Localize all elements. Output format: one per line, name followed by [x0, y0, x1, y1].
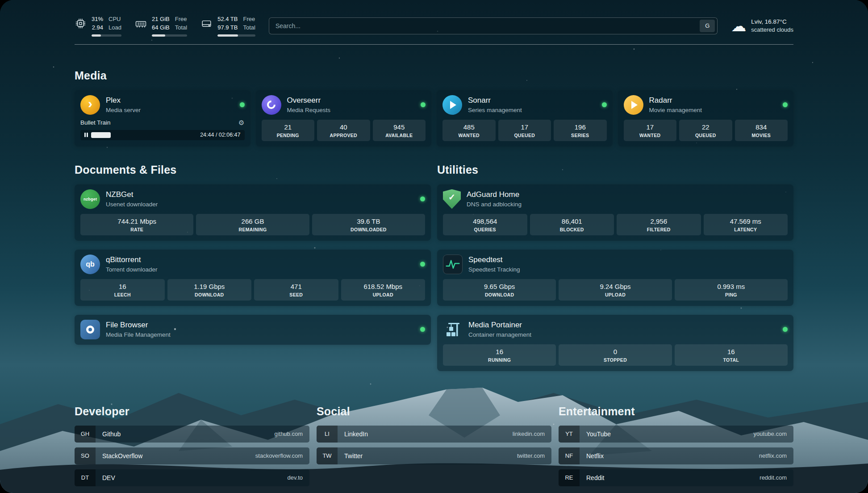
stat-value: 47.569 ms — [705, 217, 786, 225]
bookmark-dev[interactable]: DT DEV dev.to — [75, 469, 309, 486]
stat-label: APPROVED — [319, 133, 368, 138]
nzbget-link[interactable]: nzbget NZBGet Usenet downloader — [80, 189, 425, 209]
gear-icon[interactable]: ⚙ — [238, 119, 244, 127]
disk-free-value: 52.4 TB — [217, 15, 238, 24]
plex-chevron-glyph: › — [88, 96, 92, 111]
documents-column: Documents & Files nzbget NZBGet Usenet d… — [75, 163, 431, 354]
bookmark-name: Github — [102, 430, 121, 438]
memory-widget: 21 GiB Free 64 GiB Total — [135, 15, 187, 37]
stat-total: 16 TOTAL — [675, 344, 788, 366]
cloud-icon: ☁ — [731, 18, 746, 33]
stat-filtered: 2,956 FILTERED — [617, 214, 701, 235]
filebrowser-link[interactable]: File Browser Media File Management — [80, 320, 425, 339]
cpu-icon — [75, 17, 87, 29]
search-input[interactable] — [275, 22, 700, 29]
cpu-progress-fill — [92, 34, 101, 37]
stat-label: DOWNLOAD — [169, 292, 250, 297]
portainer-link[interactable]: Media Portainer Container management — [443, 320, 788, 339]
now-playing-progress-row: 24:44 / 02:06:47 — [80, 130, 245, 140]
status-dot — [420, 327, 425, 332]
plex-text: Plex Media server — [106, 96, 141, 113]
disk-readout: 52.4 TB Free 97.9 TB Total — [217, 15, 255, 37]
weather-text: Lviv, 16.87°C scattered clouds — [751, 17, 793, 34]
service-card-adguard: ✓ AdGuard Home DNS and adblocking 498,56… — [437, 184, 793, 241]
stat-value: 17 — [500, 123, 550, 131]
stat-label: PING — [676, 292, 786, 297]
memory-free-label: Free — [175, 15, 187, 24]
radarr-icon — [624, 95, 643, 115]
cpu-load-label: Load — [108, 24, 121, 32]
stat-pending: 21 PENDING — [262, 120, 315, 141]
service-name: AdGuard Home — [467, 190, 522, 199]
playback-progress-track — [91, 132, 196, 138]
stat-label: SERIES — [555, 133, 605, 138]
qbittorrent-link[interactable]: qb qBittorrent Torrent downloader — [80, 255, 425, 274]
bookmark-group-social: Social LI LinkedIn linkedin.com TW Twitt… — [317, 405, 551, 491]
stat-value: 86,401 — [532, 217, 613, 225]
qbittorrent-stats: 16 LEECH 1.19 Gbps DOWNLOAD 471 SEED 6 — [80, 279, 425, 301]
adguard-link[interactable]: ✓ AdGuard Home DNS and adblocking — [443, 189, 788, 209]
bookmark-github[interactable]: GH Github github.com — [75, 426, 309, 443]
radarr-stats: 17 WANTED 22 QUEUED 834 MOVIES — [624, 120, 788, 141]
stat-movies: 834 MOVIES — [735, 120, 788, 141]
adguard-stats: 498,564 QUERIES 86,401 BLOCKED 2,956 FIL… — [443, 214, 788, 235]
bookmark-youtube[interactable]: YT YouTube youtube.com — [559, 426, 793, 443]
search-provider-button[interactable]: G — [700, 20, 715, 32]
cpu-readout: 31% CPU 2.94 Load — [92, 15, 121, 37]
speedtest-text: Speedtest Speedtest Tracking — [468, 255, 520, 272]
stat-label: LEECH — [82, 292, 163, 297]
stat-wanted: 485 WANTED — [442, 120, 496, 141]
plex-now-playing: Bullet Train ⚙ 24:44 / 02:06:47 — [80, 119, 245, 140]
service-desc: Media Requests — [287, 107, 331, 113]
stat-value: 485 — [444, 123, 494, 131]
stat-download: 1.19 Gbps DOWNLOAD — [167, 279, 252, 301]
memory-progress-fill — [152, 34, 165, 37]
bookmark-stackoverflow[interactable]: SO StackOverflow stackoverflow.com — [75, 447, 309, 464]
bookmark-name: LinkedIn — [344, 430, 368, 438]
nzbget-stats: 744.21 Mbps RATE 266 GB REMAINING 39.6 T… — [80, 214, 425, 235]
status-dot — [420, 262, 425, 267]
stat-latency: 47.569 ms LATENCY — [704, 214, 788, 235]
memory-icon — [135, 17, 147, 29]
stat-label: SEED — [256, 292, 337, 297]
disk-progress-bar — [217, 34, 255, 37]
status-dot — [420, 196, 425, 201]
stat-blocked: 86,401 BLOCKED — [530, 214, 614, 235]
bookmark-group-developer: Developer GH Github github.com SO StackO… — [75, 405, 309, 491]
stat-value: 744.21 Mbps — [82, 217, 192, 225]
stat-label: RATE — [82, 227, 192, 232]
bookmark-name: Netflix — [586, 452, 604, 460]
stat-label: UPLOAD — [343, 292, 424, 297]
bookmark-abbr: TW — [317, 447, 338, 464]
service-desc: Usenet downloader — [106, 201, 158, 208]
service-desc: Speedtest Tracking — [468, 266, 520, 273]
bookmark-netflix[interactable]: NF Netflix netflix.com — [559, 447, 793, 464]
status-dot — [421, 102, 426, 107]
bookmark-reddit[interactable]: RE Reddit reddit.com — [559, 469, 793, 486]
plex-icon: › — [80, 95, 100, 115]
bookmark-abbr: LI — [317, 426, 338, 443]
stat-value: 9.65 Gbps — [445, 283, 554, 290]
service-card-nzbget: nzbget NZBGet Usenet downloader 744.21 M… — [75, 184, 431, 241]
sonarr-link[interactable]: Sonarr Series management — [442, 95, 607, 115]
radarr-link[interactable]: Radarr Movie management — [624, 95, 788, 115]
stat-value: 39.6 TB — [314, 217, 423, 225]
pause-icon[interactable] — [84, 133, 88, 137]
stat-leech: 16 LEECH — [80, 279, 165, 301]
overseerr-link[interactable]: Overseerr Media Requests — [262, 95, 426, 115]
bookmark-linkedin[interactable]: LI LinkedIn linkedin.com — [317, 426, 551, 443]
bookmark-twitter[interactable]: TW Twitter twitter.com — [317, 447, 551, 464]
service-desc: Series management — [468, 107, 522, 113]
disk-widget: 52.4 TB Free 97.9 TB Total — [200, 15, 255, 37]
utilities-column: Utilities ✓ AdGuard Home DNS and adblock… — [437, 163, 793, 380]
service-name: Speedtest — [468, 255, 520, 264]
stat-label: DOWNLOAD — [445, 292, 554, 297]
speedtest-link[interactable]: Speedtest Speedtest Tracking — [443, 255, 788, 274]
stat-value: 945 — [375, 123, 424, 131]
disk-icon — [200, 17, 213, 29]
stat-ping: 0.993 ms PING — [675, 279, 788, 301]
section-title-documents: Documents & Files — [75, 163, 431, 176]
plex-link[interactable]: › Plex Media server — [80, 95, 245, 115]
adguard-text: AdGuard Home DNS and adblocking — [467, 190, 522, 207]
cpu-progress-bar — [92, 34, 121, 37]
